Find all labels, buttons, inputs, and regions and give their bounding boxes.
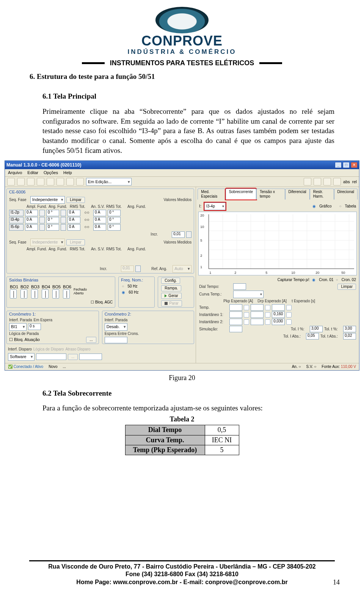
tab-tensao[interactable]: Tensão x tempo <box>256 189 285 200</box>
stepper-icon[interactable] <box>61 224 66 231</box>
freq-50-radio[interactable] <box>122 284 125 289</box>
editing-state-dropdown[interactable]: Em Edição... <box>86 178 132 185</box>
temp-drp-input[interactable] <box>251 304 264 311</box>
menu-arquivo[interactable]: Arquivo <box>8 170 22 175</box>
rampa-button[interactable]: Rampa. <box>161 285 181 291</box>
simulacao-input[interactable] <box>229 326 242 332</box>
ampl-input[interactable]: 0 A <box>25 217 38 223</box>
espera-input[interactable]: 0 s <box>28 324 41 330</box>
toolbar-wave-icon[interactable] <box>314 178 321 185</box>
toolbar-btn-icon[interactable] <box>56 178 64 185</box>
close-icon[interactable]: × <box>351 162 358 168</box>
curva-temp-dropdown[interactable] <box>233 291 264 298</box>
i-channel-dropdown[interactable]: I3-4p <box>204 203 226 210</box>
bo-switch[interactable] <box>31 289 38 299</box>
toolbar-btn-icon[interactable] <box>47 178 54 185</box>
ampl-input[interactable]: 0 A <box>25 224 38 231</box>
tab-restr-harm[interactable]: Restr. Harm. <box>310 189 334 200</box>
bo-switch[interactable] <box>63 289 70 299</box>
toolbar-btn-icon[interactable] <box>7 178 15 185</box>
search-icon[interactable] <box>286 312 292 317</box>
gerar-button[interactable]: Gerar <box>161 293 182 299</box>
bi-dropdown[interactable]: BI1 <box>9 323 27 331</box>
toolbar-btn-icon[interactable] <box>27 178 35 185</box>
stepper-icon[interactable] <box>61 217 66 223</box>
tol-i-abs-input[interactable]: 0,05 <box>306 333 319 339</box>
tab-sobrecorrente[interactable]: Sobrecorrente <box>226 189 256 200</box>
menu-bar[interactable]: Arquivo Editar Opções Help <box>5 169 359 177</box>
stepper-icon[interactable] <box>61 210 66 216</box>
toolbar-btn-icon[interactable] <box>37 178 44 185</box>
ellipsis-button[interactable]: ... <box>86 337 96 343</box>
search-icon[interactable] <box>265 305 270 310</box>
incr-input[interactable]: 0,01 <box>172 231 185 238</box>
view-tabela-radio[interactable] <box>339 204 342 209</box>
menu-help[interactable]: Help <box>63 170 72 175</box>
search-icon[interactable] <box>244 319 249 325</box>
temp-tesp-input[interactable] <box>272 304 285 311</box>
tab-med-especiais[interactable]: Med. Especiais <box>198 189 225 200</box>
toolbar-btn-icon[interactable] <box>66 178 74 185</box>
toolbar-abs-btn[interactable]: abs <box>343 179 350 184</box>
search-icon[interactable] <box>286 305 292 310</box>
bloq-agc-checkbox[interactable]: ☐ Bloq. AGC <box>91 300 113 305</box>
toolbar-clock-icon[interactable] <box>304 178 311 185</box>
seq-fase-dropdown[interactable]: Independente <box>30 196 65 204</box>
maximize-icon[interactable]: □ <box>343 162 350 168</box>
inst1-drp-input[interactable] <box>251 311 264 318</box>
search-icon[interactable] <box>265 319 270 325</box>
stepper-icon[interactable] <box>39 217 45 223</box>
rms-input[interactable]: 0 A <box>67 217 80 223</box>
search-icon[interactable] <box>244 305 249 310</box>
tab-diferencial[interactable]: Diferencial <box>285 189 310 200</box>
toolbar-btn-icon[interactable] <box>76 178 84 185</box>
temp-pkp-input[interactable] <box>229 304 242 311</box>
stop-icon <box>165 302 168 305</box>
cron2-dropdown[interactable]: Desab. <box>105 323 127 331</box>
menu-editar[interactable]: Editar <box>27 170 38 175</box>
bo-switch[interactable] <box>52 289 59 299</box>
tol-t-input[interactable]: 3,00 <box>343 326 356 332</box>
view-grafico-radio[interactable] <box>312 204 317 209</box>
refang-dropdown[interactable]: Auto <box>173 265 191 273</box>
toolbar-p-icon[interactable] <box>323 178 331 185</box>
limpar-params-button[interactable]: Limpar <box>337 284 356 290</box>
dial-tempo-input[interactable] <box>233 283 246 290</box>
rms-input[interactable]: 0 A <box>67 210 80 216</box>
inst2-tesp-input[interactable]: 0,030 <box>272 319 285 325</box>
search-icon[interactable] <box>286 319 292 325</box>
inst1-pkp-input[interactable] <box>229 311 242 318</box>
tol-t-abs-input[interactable]: 0,02 <box>343 333 356 339</box>
config-button[interactable]: Config. <box>161 278 180 284</box>
minimize-icon[interactable]: _ <box>335 162 342 168</box>
stepper-icon[interactable] <box>186 231 191 238</box>
search-icon[interactable] <box>244 312 249 317</box>
tol-i-input[interactable]: 3,00 <box>310 326 323 332</box>
toolbar-btn-icon[interactable] <box>17 178 25 185</box>
ang-input[interactable]: 0 ° <box>46 224 59 231</box>
inst1-tesp-input[interactable]: 0,160 <box>272 311 285 318</box>
inst2-pkp-input[interactable] <box>229 319 242 325</box>
stepper-icon[interactable] <box>39 210 45 216</box>
search-icon[interactable] <box>265 312 270 317</box>
rms-input[interactable]: 0 A <box>67 224 80 231</box>
toolbar-rel-btn[interactable]: rel <box>352 179 357 184</box>
ang-input[interactable]: 0 ° <box>46 210 59 216</box>
bloq-atuacao-checkbox[interactable]: ☐ Bloq. Atuação <box>9 337 40 342</box>
cron01-radio[interactable] <box>312 278 317 282</box>
tab-direcional[interactable]: Direcional <box>334 189 358 200</box>
bo-switch[interactable] <box>20 289 27 299</box>
disparo-dropdown[interactable]: Software <box>8 353 35 361</box>
window-titlebar[interactable]: Manual 1.3.0.0 - CE-6006 (0201110) _ □ × <box>5 161 359 169</box>
freq-60-radio[interactable] <box>122 290 126 295</box>
ang-input[interactable]: 0 ° <box>46 217 59 223</box>
cron02-radio[interactable] <box>336 278 339 282</box>
bo-switch[interactable] <box>42 289 49 299</box>
ampl-input[interactable]: 0 A <box>25 210 38 216</box>
stepper-icon[interactable] <box>39 224 45 231</box>
toolbar-s-icon[interactable] <box>333 178 341 185</box>
inst2-drp-input[interactable] <box>251 319 264 325</box>
bo-switch[interactable] <box>10 289 17 299</box>
limpar-button[interactable]: Limpar <box>66 197 85 203</box>
menu-opcoes[interactable]: Opções <box>44 170 58 175</box>
